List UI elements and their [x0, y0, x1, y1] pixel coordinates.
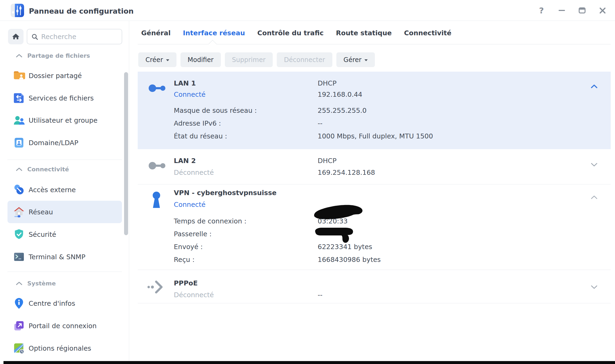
- sidebar: Partage de fichiers Dossier partagé: [0, 21, 129, 364]
- sidebar-item-reseau[interactable]: Réseau: [7, 201, 122, 223]
- sidebar-section-partage-de-fichiers[interactable]: Partage de fichiers: [7, 50, 122, 61]
- chevron-up-icon: [16, 167, 23, 172]
- detail-value: 1668430986 bytes: [318, 255, 381, 264]
- terminal-icon: [13, 251, 25, 263]
- security-shield-icon: [13, 228, 25, 241]
- chevron-down-icon: [590, 284, 598, 290]
- help-icon: ?: [539, 6, 544, 15]
- interface-status: Connecté: [174, 90, 206, 99]
- section-label: Système: [27, 280, 56, 287]
- interface-status: Connecté: [174, 200, 206, 209]
- domain-ldap-icon: [13, 137, 25, 149]
- sidebar-item-centre-infos[interactable]: Centre d'infos: [7, 292, 122, 315]
- search-input[interactable]: [41, 33, 117, 41]
- sidebar-item-dossier-partage[interactable]: Dossier partagé: [7, 64, 122, 87]
- sidebar-item-domaine-ldap[interactable]: Domaine/LDAP: [7, 131, 122, 154]
- interface-mode: DHCP: [318, 79, 337, 88]
- tab-interface-reseau[interactable]: Interface réseau: [183, 29, 245, 37]
- sidebar-item-label: Dossier partagé: [29, 72, 82, 80]
- screen-edge-strip: [3, 361, 615, 364]
- home-icon: [11, 32, 20, 41]
- collapse-row-button[interactable]: [590, 83, 598, 90]
- sidebar-section-connectivite[interactable]: Connectivité: [7, 163, 122, 175]
- minimize-icon: [558, 7, 565, 14]
- login-portal-icon: [13, 320, 25, 332]
- detail-value: 03:20:33: [318, 217, 348, 226]
- home-button[interactable]: [8, 29, 24, 44]
- disconnect-button[interactable]: Déconnecter: [277, 52, 332, 67]
- interface-name: LAN 2: [174, 157, 196, 165]
- sidebar-item-label: Options régionales: [29, 344, 91, 352]
- interface-row-lan1[interactable]: LAN 1 Connecté DHCP 192.168.0.44 Masque …: [138, 72, 611, 149]
- help-button[interactable]: ?: [537, 6, 546, 15]
- delete-button[interactable]: Supprimer: [225, 52, 273, 67]
- pppoe-icon: [147, 279, 164, 296]
- interface-row-pppoe[interactable]: PPPoE Déconnecté --: [138, 270, 611, 303]
- lan-connector-icon: [148, 159, 168, 173]
- close-button[interactable]: [598, 6, 607, 15]
- chevron-down-icon: [364, 59, 368, 61]
- detail-value: 1000 Mbps, Full duplex, MTU 1500: [318, 132, 433, 141]
- search-box[interactable]: [27, 29, 122, 44]
- tab-general[interactable]: Général: [141, 29, 171, 37]
- minimize-button[interactable]: [557, 6, 566, 15]
- user-group-icon: [13, 114, 25, 126]
- interface-status: Déconnecté: [174, 291, 214, 299]
- sidebar-item-label: Portail de connexion: [29, 322, 97, 330]
- interface-row-lan2[interactable]: LAN 2 Déconnecté DHCP 169.254.128.168: [138, 149, 611, 184]
- sidebar-divider: [7, 272, 122, 272]
- sidebar-item-portail-de-connexion[interactable]: Portail de connexion: [7, 315, 122, 337]
- maximize-button[interactable]: [578, 6, 587, 15]
- external-access-icon: [13, 184, 25, 196]
- sidebar-scrollbar-thumb[interactable]: [124, 72, 128, 235]
- sidebar-item-options-regionales[interactable]: Options régionales: [7, 337, 122, 359]
- shared-folder-icon: [13, 69, 25, 82]
- sidebar-item-terminal-snmp[interactable]: Terminal & SNMP: [7, 246, 122, 268]
- tab-route-statique[interactable]: Route statique: [336, 29, 392, 37]
- sidebar-divider: [7, 160, 122, 160]
- sidebar-item-utilisateur-et-groupe[interactable]: Utilisateur et groupe: [7, 109, 122, 131]
- interface-ip: 169.254.128.168: [318, 168, 375, 177]
- detail-label: État du réseau :: [174, 132, 227, 141]
- interface-ip: --: [318, 291, 322, 299]
- interface-mode: DHCP: [318, 157, 337, 165]
- detail-label: Temps de connexion :: [174, 217, 247, 226]
- chevron-down-icon: [590, 162, 598, 167]
- modify-button[interactable]: Modifier: [180, 52, 221, 67]
- detail-value: 255.255.255.0: [318, 106, 367, 115]
- tab-connectivite[interactable]: Connectivité: [404, 29, 451, 37]
- toolbar: Créer Modifier Supprimer Déconnecter Gér…: [138, 52, 375, 67]
- window-header: Panneau de configuration ?: [0, 0, 615, 21]
- regional-options-icon: [13, 342, 25, 354]
- sidebar-item-label: Terminal & SNMP: [29, 253, 85, 261]
- sidebar-item-services-de-fichiers[interactable]: Services de fichiers: [7, 87, 122, 109]
- main-panel: Général Interface réseau Contrôle du tra…: [138, 21, 611, 364]
- manage-button[interactable]: Gérer: [336, 52, 375, 67]
- close-icon: [599, 7, 606, 14]
- interface-ip: 192.168.0.44: [318, 90, 362, 99]
- sidebar-section-systeme[interactable]: Système: [7, 277, 122, 289]
- detail-label: Reçu :: [174, 255, 195, 264]
- disconnect-button-label: Déconnecter: [284, 56, 325, 64]
- modify-button-label: Modifier: [188, 56, 214, 64]
- sidebar-item-label: Réseau: [29, 208, 53, 216]
- detail-value: 62223341 bytes: [318, 243, 372, 251]
- sidebar-item-securite[interactable]: Sécurité: [7, 223, 122, 246]
- expand-row-button[interactable]: [590, 161, 598, 168]
- interface-row-vpn[interactable]: VPN - cyberghostvpnsuisse Connecté Temps…: [138, 184, 611, 270]
- sidebar-item-acces-externe[interactable]: Accès externe: [7, 179, 122, 201]
- info-center-icon: [13, 297, 25, 309]
- collapse-row-button[interactable]: [590, 194, 598, 200]
- file-services-icon: [13, 92, 25, 104]
- detail-label: Adresse IPv6 :: [174, 119, 221, 128]
- create-button[interactable]: Créer: [138, 52, 176, 67]
- tab-controle-du-trafic[interactable]: Contrôle du trafic: [257, 29, 324, 37]
- chevron-up-icon: [16, 53, 23, 58]
- window-title: Panneau de configuration: [29, 7, 134, 15]
- expand-row-button[interactable]: [590, 284, 598, 290]
- detail-value: --: [318, 119, 322, 128]
- delete-button-label: Supprimer: [232, 56, 266, 64]
- chevron-up-icon: [590, 84, 598, 89]
- network-icon: [13, 206, 25, 218]
- maximize-icon: [579, 7, 586, 14]
